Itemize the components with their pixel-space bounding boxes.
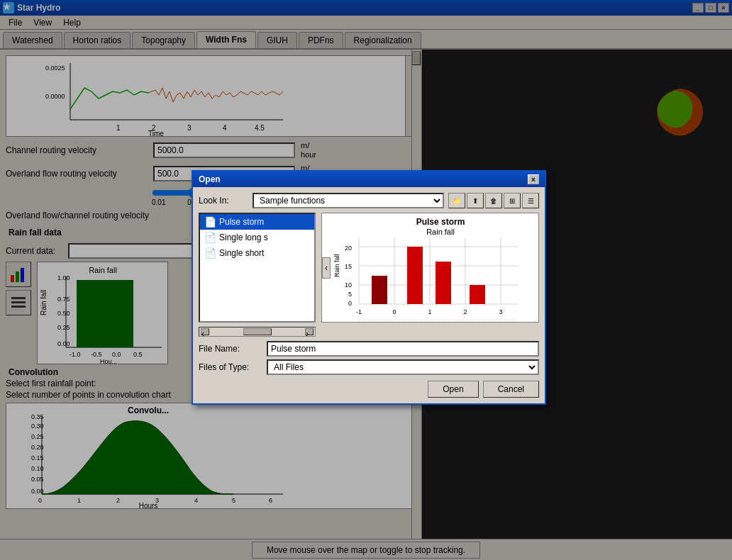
svg-text:5: 5 (348, 291, 352, 298)
file-item-0[interactable]: 📄 Pulse storm (200, 214, 314, 230)
scrollbar-h-track[interactable] (209, 328, 243, 335)
svg-text:Pulse storm: Pulse storm (416, 217, 465, 227)
open-button[interactable]: Open (428, 381, 478, 398)
dialog-main: 📄 Pulse storm 📄 Single long s 📄 Single s… (199, 213, 539, 323)
toolbar-btn-4[interactable]: ⊞ (504, 193, 521, 208)
cancel-button[interactable]: Cancel (483, 381, 539, 398)
preview-scroll-left[interactable]: ‹ (322, 257, 331, 279)
svg-text:Rain fall: Rain fall (426, 228, 455, 236)
svg-text:1: 1 (428, 308, 431, 315)
file-icon-2: 📄 (204, 247, 216, 259)
svg-text:0: 0 (348, 300, 352, 307)
svg-text:3: 3 (499, 308, 502, 315)
preview-area: ‹ Pulse storm Rain fall (321, 213, 539, 323)
file-icon-1: 📄 (204, 232, 216, 243)
svg-rect-69 (436, 262, 451, 304)
scrollbar-h-right[interactable]: › (305, 328, 314, 335)
filename-label: File Name: (199, 344, 262, 354)
toolbar-btn-3[interactable]: 🗑 (485, 193, 502, 208)
scrollbar-h-thumb[interactable] (243, 328, 272, 335)
dialog-close-btn[interactable]: × (528, 174, 539, 184)
open-dialog: Open × Look In: Sample functions 📁 ⬆ 🗑 ⊞… (192, 170, 546, 405)
toolbar-btn-1[interactable]: 📁 (448, 193, 465, 208)
svg-text:2: 2 (463, 308, 467, 315)
dialog-toolbar: 📁 ⬆ 🗑 ⊞ ☰ (448, 193, 539, 208)
look-in-row: Look In: Sample functions 📁 ⬆ 🗑 ⊞ ☰ (199, 193, 539, 208)
file-item-label-1: Single long s (219, 233, 268, 242)
file-icon-0: 📄 (204, 216, 216, 228)
svg-text:0: 0 (392, 308, 396, 315)
look-in-select[interactable]: Sample functions (253, 193, 444, 208)
scrollbar-h-left[interactable]: ‹ (201, 328, 209, 335)
preview-chart-svg: Pulse storm Rain fall 20 15 (331, 213, 536, 322)
file-item-label-2: Single short (219, 248, 264, 258)
filename-row: File Name: (199, 341, 539, 357)
dialog-title-bar: Open × (193, 172, 545, 187)
svg-rect-68 (407, 247, 423, 304)
svg-text:10: 10 (345, 281, 352, 289)
svg-text:15: 15 (345, 263, 352, 270)
toolbar-btn-2[interactable]: ⬆ (467, 193, 484, 208)
file-item-label-0: Pulse storm (219, 217, 264, 227)
filetype-row: Files of Type: All Files (199, 359, 539, 375)
dialog-buttons: Open Cancel (199, 381, 539, 398)
svg-text:-1: -1 (356, 308, 362, 315)
file-list-scrollbar[interactable]: ‹ › (199, 327, 316, 337)
file-item-1[interactable]: 📄 Single long s (200, 230, 314, 245)
dialog-body: Look In: Sample functions 📁 ⬆ 🗑 ⊞ ☰ 📄 Pu… (193, 187, 545, 403)
file-item-2[interactable]: 📄 Single short (200, 245, 314, 261)
toolbar-btn-5[interactable]: ☰ (522, 193, 539, 208)
filename-input[interactable] (267, 341, 539, 357)
filetype-label: Files of Type: (199, 362, 262, 372)
svg-rect-67 (372, 276, 387, 304)
dialog-title: Open (199, 174, 221, 184)
file-list[interactable]: 📄 Pulse storm 📄 Single long s 📄 Single s… (199, 213, 316, 323)
svg-rect-70 (470, 285, 485, 304)
svg-text:Rain fall: Rain fall (333, 254, 340, 277)
svg-text:20: 20 (345, 245, 352, 252)
scrollbar-h-track2[interactable] (272, 328, 306, 335)
filetype-select[interactable]: All Files (267, 359, 539, 375)
look-in-label: Look In: (199, 196, 248, 206)
